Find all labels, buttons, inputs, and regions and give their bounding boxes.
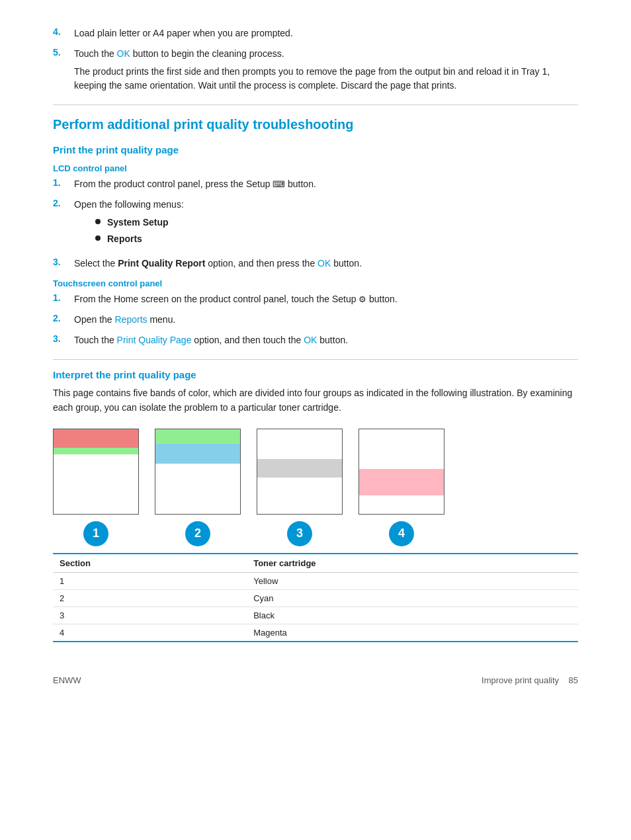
touch-step-2-pre: Open the <box>74 314 115 325</box>
table-cell-toner: Black <box>247 607 578 624</box>
table-cell-section: 4 <box>53 624 247 642</box>
color-box-3 <box>257 429 343 515</box>
footer-page: 85 <box>569 675 578 685</box>
step-4-text: Load plain letter or A4 paper when you a… <box>74 28 293 38</box>
color-box-1 <box>53 429 139 515</box>
table-cell-section: 3 <box>53 607 247 624</box>
table-cell-toner: Yellow <box>247 572 578 589</box>
wrench-icon: ⌨ <box>273 179 288 189</box>
table-row: 1Yellow <box>53 572 578 589</box>
col-section-header: Section <box>53 554 247 573</box>
lcd-bullet-list: System Setup Reports <box>95 216 578 246</box>
section-divider <box>53 105 578 105</box>
step-5-num: 5. <box>53 47 74 93</box>
lcd-step-2-text: Open the following menus: <box>74 199 184 210</box>
band-2-green <box>155 429 240 444</box>
touch-step-3-mid: option, and then touch the <box>191 335 304 345</box>
table-cell-toner: Magenta <box>247 624 578 642</box>
touch-step-1-post: button. <box>369 294 398 304</box>
step-5-pre: Touch the <box>74 48 117 59</box>
table-row: 2Cyan <box>53 589 578 607</box>
footer-enww: ENWW <box>53 675 81 685</box>
lcd-step-3-pre: Select the <box>74 258 118 269</box>
lcd-step-2-num: 2. <box>53 198 74 250</box>
color-box-2 <box>155 429 241 515</box>
circle-4: 4 <box>389 521 414 546</box>
step-5-content: Touch the OK button to begin the cleanin… <box>74 47 578 93</box>
color-illustration: 1 2 3 4 <box>53 429 578 546</box>
touch-step-3-pqp-link[interactable]: Print Quality Page <box>117 335 192 345</box>
touch-step-2-post: menu. <box>147 314 176 325</box>
touch-step-3-post: button. <box>317 335 348 345</box>
step-5-note: The product prints the first side and th… <box>74 65 578 93</box>
h3-lcd: LCD control panel <box>53 163 578 173</box>
touch-step-2-reports-link[interactable]: Reports <box>115 314 147 325</box>
color-box-2-wrapper: 2 <box>155 429 241 546</box>
circle-2: 2 <box>185 521 210 546</box>
lcd-step-3-num: 3. <box>53 257 74 271</box>
touch-step-1-text: From the Home screen on the product cont… <box>74 294 356 304</box>
lcd-step-1-num: 1. <box>53 177 74 191</box>
page-footer: ENWW Improve print quality 85 <box>53 669 578 685</box>
table-row: 4Magenta <box>53 624 578 642</box>
lcd-step-1-post: button. <box>288 179 316 189</box>
touch-step-3-pre: Touch the <box>74 335 117 345</box>
color-box-3-wrapper: 3 <box>257 429 343 546</box>
lcd-step-2-content: Open the following menus: System Setup R… <box>74 198 578 250</box>
h2-print: Print the print quality page <box>53 144 578 155</box>
color-box-1-wrapper: 1 <box>53 429 139 546</box>
table-row: 3Black <box>53 607 578 624</box>
bullet-system-setup: System Setup <box>95 216 578 230</box>
table-cell-section: 2 <box>53 589 247 607</box>
touch-step-3-num: 3. <box>53 333 74 347</box>
touch-step-3-content: Touch the Print Quality Page option, and… <box>74 333 578 347</box>
lcd-step-3-content: Select the Print Quality Report option, … <box>74 257 578 271</box>
step-5-ok-link[interactable]: OK <box>117 48 130 59</box>
section-divider-2 <box>53 359 578 360</box>
circle-1: 1 <box>83 521 108 546</box>
band-1-pink <box>54 429 138 448</box>
touch-step-2-content: Open the Reports menu. <box>74 313 578 327</box>
step-5-post: button to begin the cleaning process. <box>130 48 284 59</box>
color-box-4-wrapper: 4 <box>358 429 444 546</box>
touch-step-1-content: From the Home screen on the product cont… <box>74 292 578 306</box>
step-4-num: 4. <box>53 26 74 40</box>
table-cell-section: 1 <box>53 572 247 589</box>
footer-title: Improve print quality <box>482 675 559 685</box>
band-4-pink <box>359 469 444 495</box>
toner-table: Section Toner cartridge 1Yellow2Cyan3Bla… <box>53 553 578 642</box>
gear-icon: ⚙ <box>358 294 369 304</box>
lcd-step-3-bold: Print Quality Report <box>118 258 205 269</box>
lcd-step-3-ok-link[interactable]: OK <box>317 258 331 269</box>
step-4-content: Load plain letter or A4 paper when you a… <box>74 26 578 40</box>
h3-touch: Touchscreen control panel <box>53 278 578 288</box>
color-box-4 <box>358 429 444 515</box>
bullet-dot-2 <box>95 235 101 241</box>
touch-step-1-num: 1. <box>53 292 74 306</box>
touch-step-3-ok-link[interactable]: OK <box>304 335 317 345</box>
band-3-gray <box>257 459 342 478</box>
band-1-green <box>54 448 138 454</box>
bullet-dot <box>95 219 101 224</box>
lcd-step-3-post: button. <box>331 258 362 269</box>
interpret-para: This page contains five bands of color, … <box>53 386 578 415</box>
lcd-step-3-mid: option, and then press the <box>205 258 317 269</box>
circle-3: 3 <box>287 521 312 546</box>
table-cell-toner: Cyan <box>247 589 578 607</box>
bullet-1-text: System Setup <box>107 216 169 230</box>
bullet-reports: Reports <box>95 232 578 246</box>
table-header-row: Section Toner cartridge <box>53 554 578 573</box>
col-toner-header: Toner cartridge <box>247 554 578 573</box>
lcd-step-1-content: From the product control panel, press th… <box>74 177 578 191</box>
footer-right: Improve print quality 85 <box>482 675 578 685</box>
main-heading: Perform additional print quality trouble… <box>53 117 578 135</box>
h2-interpret: Interpret the print quality page <box>53 369 578 380</box>
lcd-step-1-text: From the product control panel, press th… <box>74 179 271 189</box>
bullet-2-text: Reports <box>107 232 142 246</box>
touch-step-2-num: 2. <box>53 313 74 327</box>
band-2-blue <box>155 444 240 464</box>
